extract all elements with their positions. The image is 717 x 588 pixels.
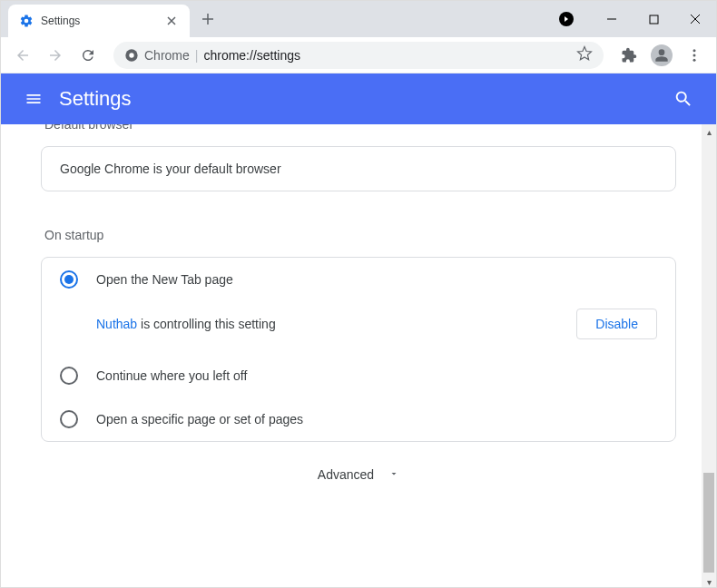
- menu-button[interactable]: [680, 41, 709, 70]
- maximize-button[interactable]: [633, 1, 674, 37]
- scroll-down-arrow-icon[interactable]: ▾: [702, 574, 716, 588]
- media-control-button[interactable]: [548, 1, 584, 37]
- settings-header: Settings: [1, 74, 716, 124]
- startup-card: Open the New Tab page Nuthab is controll…: [41, 257, 676, 442]
- site-info[interactable]: Chrome |: [124, 48, 198, 63]
- search-settings-button[interactable]: [665, 81, 702, 117]
- svg-rect-0: [650, 15, 658, 24]
- reload-button[interactable]: [74, 41, 103, 70]
- site-label: Chrome: [144, 48, 190, 63]
- section-default-browser-heading: Default browser: [41, 124, 676, 146]
- forward-button[interactable]: [41, 41, 70, 70]
- browser-toolbar: Chrome | chrome://settings: [1, 37, 716, 74]
- new-tab-button[interactable]: [195, 6, 221, 32]
- profile-button[interactable]: [647, 41, 676, 70]
- close-tab-icon[interactable]: [164, 14, 179, 28]
- hamburger-menu-button[interactable]: [15, 81, 52, 117]
- play-icon: [559, 12, 574, 26]
- svg-point-5: [693, 58, 696, 61]
- section-startup-heading: On startup: [41, 228, 676, 257]
- close-window-button[interactable]: [674, 1, 716, 37]
- svg-point-4: [693, 54, 696, 56]
- search-icon: [673, 89, 693, 109]
- chevron-down-icon: [388, 467, 399, 482]
- svg-point-3: [693, 49, 696, 52]
- page-title: Settings: [59, 87, 665, 111]
- scroll-up-arrow-icon[interactable]: ▴: [702, 124, 716, 139]
- startup-option-label: Continue where you left off: [96, 368, 247, 383]
- controlling-suffix: is controlling this setting: [137, 317, 276, 331]
- startup-option-label: Open the New Tab page: [96, 272, 233, 287]
- radio-unselected-icon: [60, 410, 78, 428]
- disable-extension-button[interactable]: Disable: [576, 309, 657, 339]
- startup-option-specific[interactable]: Open a specific page or set of pages: [42, 397, 675, 441]
- address-bar[interactable]: Chrome | chrome://settings: [113, 42, 604, 69]
- advanced-label: Advanced: [318, 467, 374, 482]
- avatar-icon: [651, 44, 673, 66]
- startup-option-label: Open a specific page or set of pages: [96, 412, 303, 426]
- svg-point-2: [129, 53, 133, 57]
- scrollbar-thumb[interactable]: [703, 473, 714, 573]
- minimize-button[interactable]: [591, 1, 633, 37]
- gear-icon: [19, 14, 34, 28]
- divider: |: [195, 48, 199, 63]
- radio-selected-icon: [60, 270, 78, 289]
- window-controls: [591, 1, 716, 37]
- startup-option-newtab[interactable]: Open the New Tab page: [42, 258, 675, 301]
- extension-control-notice: Nuthab is controlling this setting Disab…: [42, 301, 675, 354]
- tab-title: Settings: [41, 15, 157, 27]
- back-button[interactable]: [8, 41, 37, 70]
- window-titlebar: Settings: [1, 1, 716, 37]
- default-browser-card: Google Chrome is your default browser: [41, 146, 676, 191]
- controlling-extension-link[interactable]: Nuthab: [96, 317, 137, 331]
- advanced-toggle[interactable]: Advanced: [41, 442, 676, 500]
- startup-option-continue[interactable]: Continue where you left off: [42, 354, 675, 397]
- chrome-icon: [124, 48, 139, 63]
- default-browser-message: Google Chrome is your default browser: [42, 147, 675, 191]
- bookmark-star-icon[interactable]: [576, 45, 593, 65]
- browser-tab[interactable]: Settings: [8, 5, 190, 37]
- scrollbar-track[interactable]: ▴ ▾: [702, 124, 716, 588]
- settings-content: Default browser Google Chrome is your de…: [1, 124, 716, 588]
- url-text: chrome://settings: [203, 48, 571, 63]
- extensions-button[interactable]: [614, 41, 643, 70]
- radio-unselected-icon: [60, 367, 78, 385]
- hamburger-icon: [25, 90, 43, 108]
